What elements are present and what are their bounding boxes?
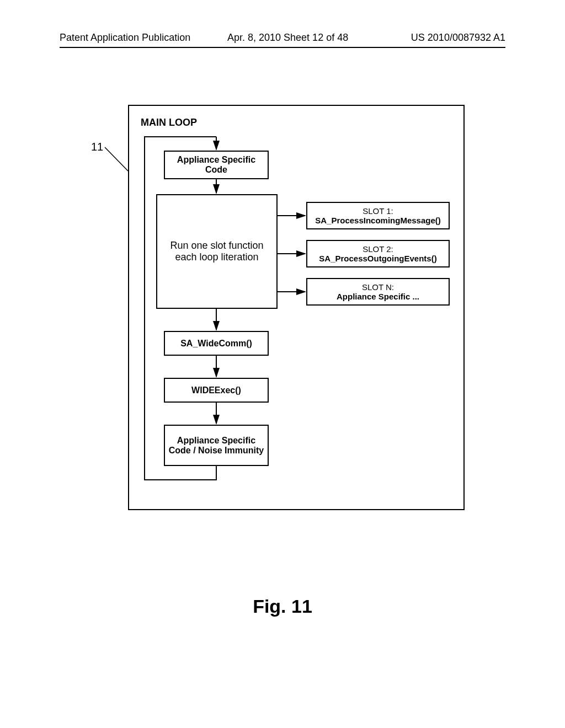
box-slot-2: SLOT 2: SA_ProcessOutgoingEvents() [306, 240, 450, 267]
slot2-line1: SLOT 2: [363, 244, 393, 254]
header-left: Patent Application Publication [60, 32, 190, 44]
box-sa-widecomm: SA_WideComm() [164, 331, 269, 356]
reference-number: 11 [91, 141, 103, 153]
svg-line-0 [105, 147, 128, 171]
slot1-line1: SLOT 1: [363, 206, 393, 216]
box-noise-immunity: Appliance Specific Code / Noise Immunity [164, 425, 269, 466]
box-appliance-specific-code: Appliance Specific Code [164, 151, 269, 179]
header-rule [60, 47, 505, 48]
slotn-line1: SLOT N: [362, 282, 394, 292]
page-header: Patent Application Publication Apr. 8, 2… [0, 32, 565, 48]
slot1-line2: SA_ProcessIncomingMessage() [315, 216, 441, 225]
box-slot-n: SLOT N: Appliance Specific ... [306, 278, 450, 306]
box-run-slot-text: Run one slot function each loop literati… [170, 240, 264, 263]
box-slot-1: SLOT 1: SA_ProcessIncomingMessage() [306, 202, 450, 229]
box-wideexec: WIDEExec() [164, 378, 269, 403]
main-loop-title: MAIN LOOP [141, 117, 197, 129]
box-run-slot: Run one slot function each loop literati… [156, 194, 278, 309]
slotn-line2: Appliance Specific ... [337, 292, 419, 301]
slot2-line2: SA_ProcessOutgoingEvents() [319, 254, 436, 263]
header-right: US 2010/0087932 A1 [411, 32, 505, 44]
figure-caption: Fig. 11 [0, 596, 565, 617]
header-center: Apr. 8, 2010 Sheet 12 of 48 [227, 32, 348, 44]
